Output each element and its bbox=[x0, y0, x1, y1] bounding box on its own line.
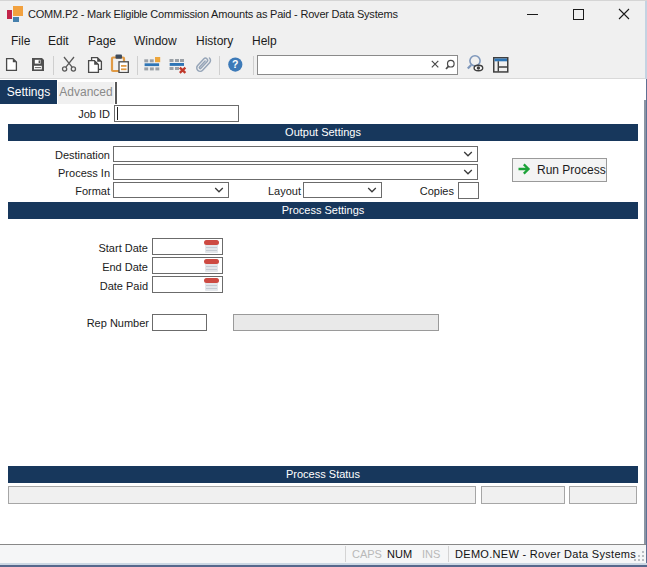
svg-text:?: ? bbox=[232, 58, 238, 70]
